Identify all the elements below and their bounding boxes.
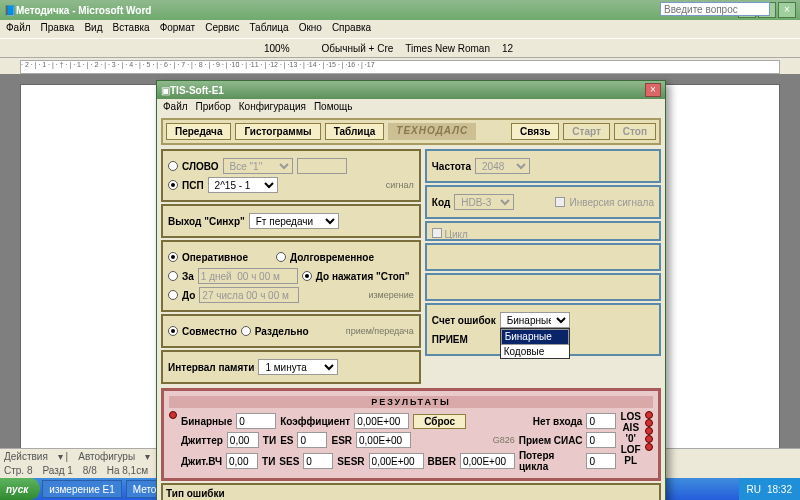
panel-vyhod: Выход "Синхр" Fт передачи [161,204,421,238]
tab-start[interactable]: Старт [563,123,610,140]
radio-oper[interactable] [168,252,178,262]
sel-psp[interactable]: 2^15 - 1 [208,177,278,193]
inp-dzhit[interactable] [227,432,259,448]
dlg-close-button[interactable]: × [645,83,661,97]
sel-vyhod[interactable]: Fт передачи [249,213,339,229]
led-0: '0' [626,433,636,444]
radio-sovm[interactable] [168,326,178,336]
tab-stop[interactable]: Стоп [614,123,656,140]
menu-edit[interactable]: Правка [41,22,75,36]
lbl-pp: прием/передача [346,326,414,336]
actions-label[interactable]: Действия [4,451,48,462]
chk-inv[interactable] [555,197,565,207]
radio-donazh[interactable] [302,271,312,281]
lang-indicator[interactable]: RU [747,484,761,495]
inp-es[interactable] [297,432,327,448]
led-left [169,411,177,473]
btn-sbros[interactable]: Сброс [413,414,466,429]
radio-za[interactable] [168,271,178,281]
tab-tabl[interactable]: Таблица [325,123,385,140]
sel-kod[interactable]: HDB-3 [454,194,514,210]
sb-pages: 8/8 [83,465,97,476]
panel-results: РЕЗУЛЬТАТЫ Бинарные Коэффициент Сброс Не… [161,388,661,481]
lbl-psp: ПСП [182,180,204,191]
menu-tools[interactable]: Сервис [205,22,239,36]
inp-pot[interactable] [586,453,616,469]
tab-peredacha[interactable]: Передача [166,123,231,140]
lbl-intmem: Интервал памяти [168,362,254,373]
lbl-cias: Прием СИАС [519,435,583,446]
menu-format[interactable]: Формат [160,22,196,36]
dd-item-kod[interactable]: Кодовые [501,345,569,358]
fontsize-field[interactable]: 12 [502,43,513,54]
lbl-ses: SES [279,456,299,467]
led-ais: AIS [622,422,639,433]
sel-chast[interactable]: 2048 [475,158,530,174]
radio-dolg[interactable] [276,252,286,262]
sel-intmem[interactable]: 1 минута [258,359,338,375]
dlg-titlebar: ▣ TIS-Soft-E1 × [157,81,665,99]
lbl-binar: Бинарные [181,416,232,427]
menu-window[interactable]: Окно [299,22,322,36]
radio-do[interactable] [168,290,178,300]
lbl-ti2: ТИ [262,456,275,467]
start-label: пуск [6,484,28,495]
menu-view[interactable]: Вид [84,22,102,36]
chk-cikl[interactable] [432,228,442,238]
task-e1[interactable]: измерение E1 [42,480,121,498]
dlg-menu-help[interactable]: Помощь [314,101,353,112]
menu-insert[interactable]: Вставка [112,22,149,36]
dd-item-binar[interactable]: Бинарные [501,329,569,345]
inp-ses[interactable] [303,453,333,469]
lbl-oper: Оперативное [182,252,248,263]
lbl-dolg: Долговременное [290,252,374,263]
lbl-cikl: Цикл [445,229,468,240]
sel-slovo[interactable]: Все "1" [223,158,293,174]
inp-slovo[interactable] [297,158,347,174]
inp-net[interactable] [586,413,616,429]
close-button[interactable]: × [778,2,796,18]
dlg-menu-file[interactable]: Файл [163,101,188,112]
radio-psp[interactable] [168,180,178,190]
inp-dzhvch[interactable] [226,453,258,469]
inp-koef[interactable] [354,413,409,429]
inp-binar[interactable] [236,413,276,429]
inp-sesr[interactable] [369,453,424,469]
tab-svyaz[interactable]: Связь [511,123,559,140]
led-lof: LOF [621,444,641,455]
dlg-title-text: TIS-Soft-E1 [170,85,645,96]
led-los: LOS [620,411,641,422]
inp-esr[interactable] [356,432,411,448]
tray: RU 18:32 [739,478,800,500]
lbl-slovo: СЛОВО [182,161,219,172]
style-field[interactable]: Обычный + Cre [322,43,394,54]
led-right [645,411,653,473]
inp-bber[interactable] [460,453,515,469]
menu-help[interactable]: Справка [332,22,371,36]
radio-razd[interactable] [241,326,251,336]
lbl-kod: Код [432,197,450,208]
help-question-input[interactable] [660,2,770,16]
dlg-icon: ▣ [161,85,170,96]
inp-za[interactable] [198,268,298,284]
panel-schet: Счет ошибок Бинарные Бинарные Кодовые ПР… [425,303,661,356]
tab-gisto[interactable]: Гистограммы [235,123,320,140]
tab-techno: ТЕХНОДАЛС [388,123,476,140]
inp-cias[interactable] [586,432,616,448]
dlg-menu-device[interactable]: Прибор [196,101,231,112]
dlg-menu-config[interactable]: Конфигурация [239,101,306,112]
sel-schet[interactable]: Бинарные [500,312,570,328]
zoom-field[interactable]: 100% [264,43,290,54]
dlg-menubar: Файл Прибор Конфигурация Помощь [157,99,665,114]
results-title: РЕЗУЛЬТАТЫ [169,396,653,408]
start-button[interactable]: пуск [0,478,40,500]
lbl-dzhvch: Джит.ВЧ [181,456,222,467]
font-field[interactable]: Times New Roman [405,43,490,54]
dlg-tabbar: Передача Гистограммы Таблица ТЕХНОДАЛС С… [161,118,661,145]
radio-slovo[interactable] [168,161,178,171]
inp-do[interactable] [199,287,299,303]
lbl-inv: Инверсия сигнала [569,197,654,208]
menu-table[interactable]: Таблица [249,22,288,36]
autofig-label[interactable]: Автофигуры [78,451,135,462]
menu-file[interactable]: Файл [6,22,31,36]
